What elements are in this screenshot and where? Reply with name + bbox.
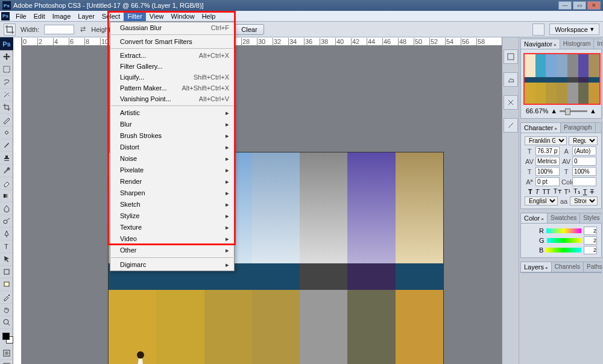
tab-navigator[interactable]: Navigator× <box>521 39 560 49</box>
menu-pattern-maker[interactable]: Pattern Maker...Alt+Shift+Ctrl+X <box>110 83 234 93</box>
stamp-tool[interactable] <box>0 152 13 165</box>
tab-color[interactable]: Color× <box>521 213 548 223</box>
menu-vanishing-point[interactable]: Vanishing Point...Alt+Ctrl+V <box>110 93 234 104</box>
g-input[interactable] <box>584 236 597 245</box>
g-slider[interactable] <box>547 238 581 243</box>
underline[interactable]: T <box>583 188 587 195</box>
strip-btn-3[interactable] <box>504 95 518 110</box>
text-color-swatch[interactable] <box>572 177 596 186</box>
menu-digimarc[interactable]: Digimarc▸ <box>110 259 234 271</box>
tab-layers[interactable]: Layers× <box>521 262 552 272</box>
menu-window[interactable]: Window <box>168 11 198 21</box>
canvas-area[interactable] <box>22 46 502 364</box>
tab-styles[interactable]: Styles <box>580 213 603 223</box>
tab-info[interactable]: Info <box>594 39 603 49</box>
menu-help[interactable]: Help <box>198 11 219 21</box>
menu-filter-gallery[interactable]: Filter Gallery... <box>110 61 234 72</box>
menu-blur[interactable]: Blur▸ <box>110 119 234 130</box>
dodge-tool[interactable] <box>0 215 13 228</box>
zoom-slider[interactable] <box>560 110 587 112</box>
clear-button[interactable]: Clear <box>235 24 264 35</box>
history-brush-tool[interactable] <box>0 165 13 177</box>
tab-swatches[interactable]: Swatches <box>548 213 580 223</box>
strikethrough[interactable]: T <box>590 188 594 195</box>
move-tool[interactable] <box>0 51 13 63</box>
zoom-in-icon[interactable]: ▲ <box>590 107 596 115</box>
notes-tool[interactable] <box>0 278 13 291</box>
menu-convert-smart[interactable]: Convert for Smart Filters <box>110 36 234 47</box>
close-button[interactable]: ✕ <box>587 1 601 10</box>
zoom-out-icon[interactable]: ▲ <box>551 107 557 115</box>
menu-extract[interactable]: Extract...Alt+Ctrl+X <box>110 50 234 61</box>
screenmode-toggle[interactable] <box>0 360 13 364</box>
quickmask-toggle[interactable] <box>0 347 13 360</box>
width-input[interactable] <box>44 25 74 34</box>
eyedropper-tool[interactable] <box>0 291 13 304</box>
eraser-tool[interactable] <box>0 177 13 190</box>
menu-distort[interactable]: Distort▸ <box>110 142 234 153</box>
crop-tool-icon[interactable] <box>4 24 16 36</box>
strip-btn-2[interactable] <box>504 72 518 87</box>
tab-channels[interactable]: Channels <box>552 262 584 272</box>
faux-italic[interactable]: T <box>535 188 540 195</box>
pen-tool[interactable] <box>0 228 13 240</box>
maximize-button[interactable]: ▭ <box>573 1 586 10</box>
gradient-tool[interactable] <box>0 190 13 202</box>
faux-bold[interactable]: T <box>528 188 532 195</box>
brush-tool[interactable] <box>0 139 13 152</box>
r-input[interactable] <box>584 227 597 235</box>
workspace-dropdown[interactable]: Workspace▾ <box>549 24 599 35</box>
menu-artistic[interactable]: Artistic▸ <box>110 107 234 119</box>
b-slider[interactable] <box>546 248 581 253</box>
wand-tool[interactable] <box>0 89 13 101</box>
menu-filter[interactable]: Filter <box>124 11 145 21</box>
font-family-select[interactable]: Franklin Gothic D... <box>525 136 567 145</box>
menu-texture[interactable]: Texture▸ <box>110 222 234 233</box>
menu-sharpen[interactable]: Sharpen▸ <box>110 187 234 199</box>
antialias-select[interactable]: Strong <box>570 196 598 206</box>
small-caps[interactable]: Tᴛ <box>554 187 561 195</box>
kerning-input[interactable] <box>535 157 560 166</box>
vscale-input[interactable] <box>535 167 560 176</box>
blur-tool[interactable] <box>0 202 13 215</box>
menu-noise[interactable]: Noise▸ <box>110 153 234 165</box>
tracking-input[interactable] <box>572 157 596 166</box>
r-slider[interactable] <box>546 228 581 233</box>
tab-paths[interactable]: Paths <box>584 262 603 272</box>
type-tool[interactable]: T <box>0 240 13 253</box>
baseline-input[interactable] <box>535 177 560 186</box>
leading-input[interactable] <box>572 146 596 155</box>
subscript[interactable]: T₁ <box>573 187 580 195</box>
minimize-button[interactable]: — <box>558 1 572 10</box>
heal-tool[interactable] <box>0 127 13 139</box>
shape-tool[interactable] <box>0 266 13 278</box>
tab-paragraph[interactable]: Paragraph <box>561 123 596 133</box>
menu-last-filter[interactable]: Gaussian BlurCtrl+F <box>110 22 234 33</box>
strip-btn-1[interactable] <box>504 49 518 64</box>
menu-other[interactable]: Other▸ <box>110 245 234 256</box>
menu-brush-strokes[interactable]: Brush Strokes▸ <box>110 130 234 142</box>
tab-character[interactable]: Character× <box>521 123 561 133</box>
menu-render[interactable]: Render▸ <box>110 176 234 187</box>
menu-pixelate[interactable]: Pixelate▸ <box>110 165 234 176</box>
menu-video[interactable]: Video▸ <box>110 233 234 245</box>
swap-icon[interactable]: ⇄ <box>79 25 86 34</box>
menu-view[interactable]: View <box>146 11 168 21</box>
marquee-tool[interactable] <box>0 63 13 76</box>
menu-file[interactable]: File <box>12 11 30 21</box>
slice-tool[interactable] <box>0 114 13 127</box>
menu-sketch[interactable]: Sketch▸ <box>110 199 234 210</box>
lasso-tool[interactable] <box>0 76 13 89</box>
menu-stylize[interactable]: Stylize▸ <box>110 210 234 222</box>
all-caps[interactable]: TT <box>542 188 550 195</box>
superscript[interactable]: T¹ <box>564 188 570 195</box>
font-size-input[interactable] <box>535 146 560 155</box>
go-button-icon[interactable] <box>532 24 545 36</box>
tab-histogram[interactable]: Histogram <box>560 39 595 49</box>
font-style-select[interactable]: Regular <box>569 136 598 145</box>
menu-image[interactable]: Image <box>49 11 75 21</box>
b-input[interactable] <box>584 246 597 254</box>
crop-tool[interactable] <box>0 101 13 114</box>
navigator-thumb[interactable] <box>523 53 601 105</box>
zoom-tool[interactable] <box>0 316 13 329</box>
